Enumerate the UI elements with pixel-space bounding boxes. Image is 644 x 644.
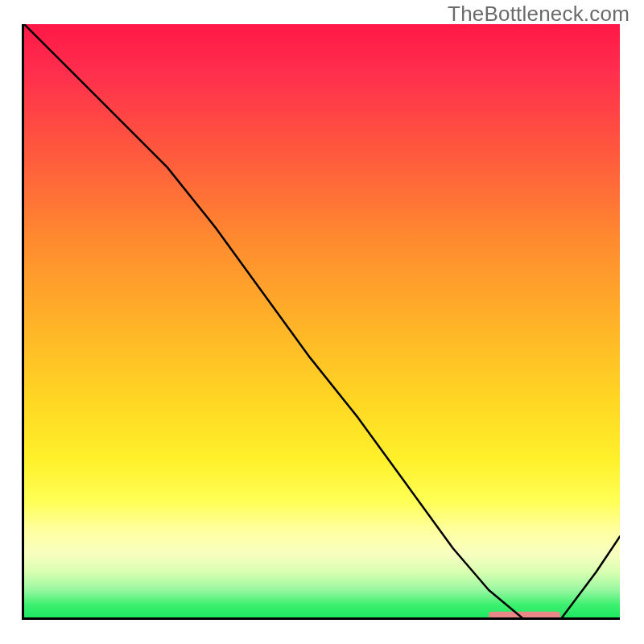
y-axis [22,24,24,620]
curve-path [24,24,620,620]
plot-area [24,24,620,620]
x-axis [24,617,620,620]
chart-svg [24,24,620,620]
watermark-text: TheBottleneck.com [448,2,630,27]
chart-container: TheBottleneck.com [0,0,644,644]
